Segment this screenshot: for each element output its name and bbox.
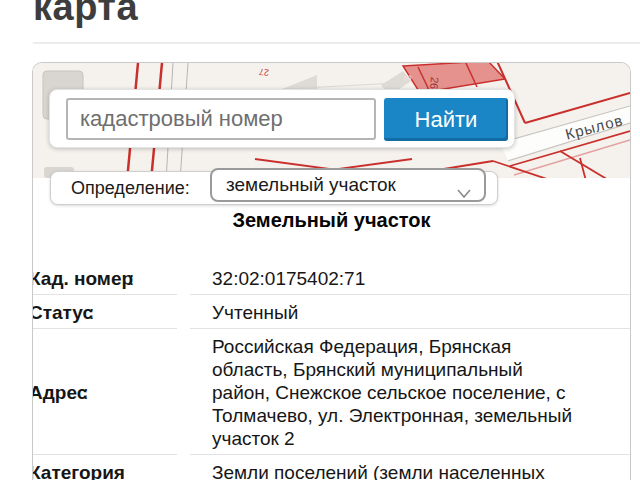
search-button[interactable]: Найти <box>384 98 508 141</box>
table-row-address: Адрес: Российская Федерация, Брянская об… <box>33 329 630 455</box>
row-label: Статус <box>33 301 93 324</box>
table-row-category: Категория Земли поселений (земли населен… <box>33 455 630 480</box>
chevron-down-icon <box>456 179 472 193</box>
parcel-number-label: 26 <box>428 76 441 89</box>
row-value: 32:02:0175402:71 <box>190 261 630 295</box>
row-value: Земли поселений (земли населенных <box>190 455 630 480</box>
row-value: Российская Федерация, Брянская область, … <box>190 329 630 455</box>
row-value: Учтенный <box>190 295 630 329</box>
title-divider <box>33 42 640 44</box>
page: карта 26 <box>0 0 640 480</box>
row-label: Кад. номер <box>33 267 133 290</box>
definition-label: Определение: <box>71 172 190 206</box>
page-title: карта <box>33 0 138 30</box>
table-row-kad-nomer: Кад. номер: 32:02:0175402:71 <box>33 261 630 295</box>
row-label: Категория <box>33 461 125 480</box>
details-table: Кад. номер: 32:02:0175402:71 Статус: Учт… <box>33 261 630 480</box>
search-bar: Найти <box>49 89 515 148</box>
details-heading: Земельный участок <box>33 208 630 232</box>
table-row-status: Статус: Учтенный <box>33 295 630 329</box>
definition-select-value: земельный участок <box>226 174 396 195</box>
cadastral-widget: 26 2 27 Крылов <box>32 62 631 480</box>
search-input[interactable] <box>66 98 376 140</box>
parcel-number-label: 27 <box>259 67 270 78</box>
definition-select[interactable]: земельный участок <box>210 168 486 202</box>
parcel-details: Земельный участок Кад. номер: 32:02:0175… <box>33 208 630 480</box>
row-label: Адрес <box>33 381 87 404</box>
